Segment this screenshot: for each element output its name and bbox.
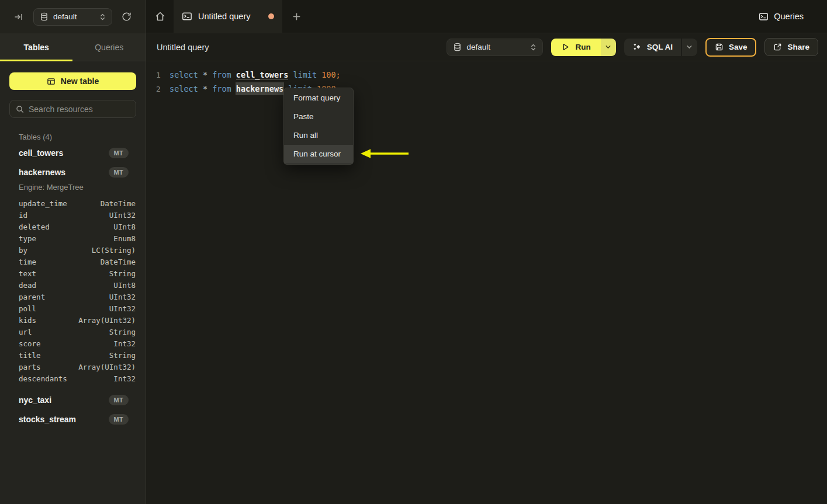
- refresh-icon[interactable]: [122, 12, 132, 22]
- share-button[interactable]: Share: [764, 38, 818, 56]
- column-row: update_timeDateTime: [19, 197, 136, 209]
- table-engine-label: Engine: MergeTree: [0, 182, 146, 195]
- header-row: Tables Queries Untitled query default: [0, 33, 827, 61]
- column-row: urlString: [19, 326, 136, 338]
- save-button-label: Save: [729, 43, 748, 51]
- play-icon: [561, 43, 570, 51]
- column-type: LC(String): [92, 246, 136, 255]
- code-token: [198, 84, 203, 93]
- code-token: *: [203, 84, 207, 93]
- column-type: Int32: [113, 374, 136, 383]
- table-name: stocks_stream: [19, 415, 76, 424]
- column-row: idUInt32: [19, 209, 136, 221]
- column-row: kidsArray(UInt32): [19, 314, 136, 326]
- column-type: UInt32: [109, 211, 136, 220]
- column-name: id: [19, 211, 27, 220]
- run-button[interactable]: Run: [551, 39, 600, 56]
- code-token: [198, 70, 203, 79]
- column-type: DateTime: [101, 258, 136, 266]
- code-token: hackernews: [236, 82, 284, 95]
- sql-ai-options-chevron[interactable]: [682, 39, 697, 56]
- chevron-updown-icon: [99, 13, 106, 21]
- queries-button-label: Queries: [774, 12, 804, 21]
- column-type: UInt32: [109, 293, 136, 301]
- chevron-down-icon: [605, 44, 611, 50]
- code-token: 100;: [321, 70, 341, 79]
- sql-editor[interactable]: 1select * from cell_towers limit 100;2se…: [146, 61, 827, 504]
- database-selector-value: default: [53, 12, 95, 21]
- code-token: [317, 70, 321, 79]
- code-token: cell_towers: [236, 70, 288, 80]
- column-type: UInt32: [109, 304, 136, 313]
- column-type: String: [109, 328, 136, 336]
- tab-label: Untitled query: [198, 12, 262, 21]
- column-row: parentUInt32: [19, 291, 136, 303]
- menu-item-run-all[interactable]: Run all: [284, 126, 353, 145]
- column-type: Int32: [113, 339, 136, 348]
- database-selector[interactable]: default: [33, 8, 112, 26]
- column-name: parts: [19, 363, 41, 371]
- search-box: [9, 100, 136, 118]
- menu-item-format-query[interactable]: Format query: [284, 89, 353, 107]
- engine-badge: MT: [109, 414, 129, 425]
- code-line: 2select * from hackernews limit 1000: [146, 82, 827, 96]
- column-name: kids: [19, 316, 36, 325]
- column-row: timeDateTime: [19, 256, 136, 267]
- run-split-button: Run: [551, 39, 615, 56]
- new-table-button[interactable]: New table: [9, 72, 136, 90]
- new-tab-button[interactable]: [282, 0, 311, 33]
- share-button-label: Share: [787, 43, 809, 51]
- collapse-sidebar-icon[interactable]: [14, 12, 23, 22]
- sidebar-tab-queries[interactable]: Queries: [73, 33, 146, 61]
- chevron-updown-icon: [530, 43, 537, 51]
- column-type: Array(UInt32): [78, 316, 136, 325]
- database-icon: [40, 12, 49, 21]
- table-name: hackernews: [19, 168, 65, 177]
- table-row-nyc_taxi[interactable]: nyc_taxiMT: [0, 390, 146, 409]
- top-bar-left: default: [0, 0, 146, 33]
- engine-badge: MT: [109, 167, 129, 178]
- code-token: [231, 70, 236, 79]
- annotation-arrow: [359, 146, 412, 161]
- code-token: from: [212, 84, 231, 93]
- column-name: parent: [19, 293, 45, 301]
- code-token: select: [169, 84, 198, 93]
- new-table-button-label: New table: [61, 77, 99, 86]
- column-row: textString: [19, 267, 136, 279]
- column-row: deadUInt8: [19, 279, 136, 291]
- column-name: deleted: [19, 223, 50, 231]
- column-row: descendantsInt32: [19, 373, 136, 384]
- column-type: String: [109, 351, 136, 360]
- table-icon: [47, 77, 56, 86]
- queries-button[interactable]: Queries: [759, 0, 804, 33]
- sidebar-tabs: Tables Queries: [0, 33, 146, 61]
- menu-item-paste[interactable]: Paste: [284, 107, 353, 126]
- chevron-down-icon: [686, 44, 693, 50]
- search-input[interactable]: [29, 105, 134, 114]
- table-row-cell_towers[interactable]: cell_towersMT: [0, 143, 146, 162]
- tab-untitled-query[interactable]: Untitled query: [174, 0, 282, 33]
- home-button[interactable]: [146, 0, 174, 33]
- column-row: deletedUInt8: [19, 221, 136, 232]
- run-options-chevron[interactable]: [601, 39, 616, 56]
- run-button-label: Run: [575, 43, 590, 51]
- code-token: [207, 70, 212, 79]
- column-type: Array(UInt32): [78, 363, 136, 371]
- column-row: partsArray(UInt32): [19, 361, 136, 373]
- engine-badge: MT: [109, 148, 129, 158]
- table-row-stocks_stream[interactable]: stocks_streamMT: [0, 409, 146, 429]
- column-row: titleString: [19, 349, 136, 361]
- sql-ai-button[interactable]: SQL AI: [624, 39, 681, 56]
- column-row: byLC(String): [19, 244, 136, 256]
- database-selector[interactable]: default: [447, 39, 543, 56]
- column-type: UInt8: [113, 281, 136, 290]
- table-row-hackernews[interactable]: hackernewsMT: [0, 162, 146, 182]
- column-type: String: [109, 269, 136, 278]
- code-token: [288, 70, 293, 79]
- save-button[interactable]: Save: [705, 38, 757, 57]
- line-number: 2: [146, 85, 169, 93]
- sidebar-tab-tables[interactable]: Tables: [0, 33, 73, 61]
- menu-item-run-at-cursor[interactable]: Run at cursor: [284, 145, 353, 164]
- sidebar: New table Tables (4) cell_towersMThacker…: [0, 61, 146, 504]
- table-name: cell_towers: [19, 148, 63, 158]
